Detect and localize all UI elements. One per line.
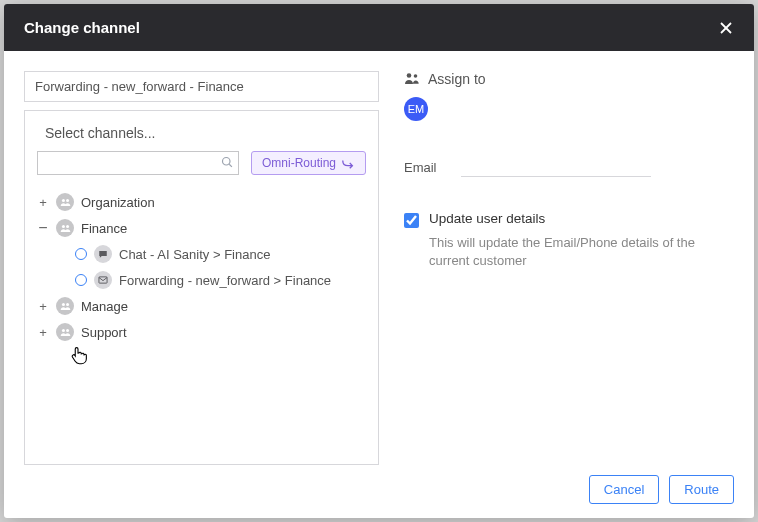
expand-icon[interactable]: + bbox=[37, 196, 49, 209]
svg-point-2 bbox=[222, 158, 230, 166]
modal-footer: Cancel Route bbox=[4, 465, 754, 518]
search-box bbox=[37, 151, 239, 175]
modal-header: Change channel bbox=[4, 4, 754, 51]
svg-point-5 bbox=[66, 198, 69, 201]
tree-node-manage[interactable]: + Manage bbox=[37, 293, 366, 319]
update-user-label: Update user details bbox=[429, 211, 545, 226]
modal-body: Forwarding - new_forward - Finance Selec… bbox=[4, 51, 754, 465]
cancel-button[interactable]: Cancel bbox=[589, 475, 659, 504]
group-icon bbox=[56, 219, 74, 237]
right-column: Assign to EM Email Update user details T… bbox=[379, 71, 734, 465]
search-icon bbox=[221, 154, 233, 172]
search-input[interactable] bbox=[37, 151, 239, 175]
assign-icon bbox=[404, 71, 420, 87]
svg-point-10 bbox=[66, 302, 69, 305]
group-icon bbox=[56, 193, 74, 211]
tree-label-finance: Finance bbox=[81, 221, 127, 236]
left-column: Forwarding - new_forward - Finance Selec… bbox=[24, 71, 379, 465]
channel-option-forwarding[interactable]: Forwarding - new_forward > Finance bbox=[69, 267, 366, 293]
omni-routing-label: Omni-Routing bbox=[262, 156, 336, 170]
channel-tree: + Organization − Finance bbox=[37, 189, 366, 345]
assignee-avatar[interactable]: EM bbox=[404, 97, 428, 121]
update-user-checkbox[interactable] bbox=[404, 213, 419, 228]
collapse-icon[interactable]: − bbox=[37, 220, 49, 236]
svg-point-9 bbox=[61, 302, 64, 305]
route-button[interactable]: Route bbox=[669, 475, 734, 504]
email-label: Email bbox=[404, 160, 437, 175]
omni-routing-arrow-icon bbox=[341, 157, 355, 169]
radio-unselected[interactable] bbox=[75, 248, 87, 260]
channel-label-chat: Chat - AI Sanity > Finance bbox=[119, 247, 270, 262]
svg-rect-8 bbox=[99, 277, 107, 283]
svg-point-12 bbox=[66, 328, 69, 331]
assign-to-label: Assign to bbox=[428, 71, 486, 87]
svg-point-7 bbox=[66, 224, 69, 227]
tree-label-support: Support bbox=[81, 325, 127, 340]
select-channels-panel: Select channels... Omni-Routing bbox=[24, 110, 379, 465]
svg-point-6 bbox=[61, 224, 64, 227]
group-icon bbox=[56, 323, 74, 341]
close-icon bbox=[718, 20, 734, 36]
chat-icon bbox=[94, 245, 112, 263]
group-icon bbox=[56, 297, 74, 315]
email-field-row: Email bbox=[404, 157, 734, 177]
mail-icon bbox=[94, 271, 112, 289]
expand-icon[interactable]: + bbox=[37, 326, 49, 339]
select-channels-title: Select channels... bbox=[45, 125, 366, 141]
omni-routing-button[interactable]: Omni-Routing bbox=[251, 151, 366, 175]
tree-label-manage: Manage bbox=[81, 299, 128, 314]
radio-unselected[interactable] bbox=[75, 274, 87, 286]
email-input[interactable] bbox=[461, 157, 651, 177]
finance-children: Chat - AI Sanity > Finance Forwarding - … bbox=[69, 241, 366, 293]
svg-point-4 bbox=[61, 198, 64, 201]
tree-label-organization: Organization bbox=[81, 195, 155, 210]
search-row: Omni-Routing bbox=[37, 151, 366, 175]
svg-point-14 bbox=[414, 74, 418, 78]
tree-node-support[interactable]: + Support bbox=[37, 319, 366, 345]
svg-point-11 bbox=[61, 328, 64, 331]
update-user-description: This will update the Email/Phone details… bbox=[429, 234, 734, 270]
hand-cursor-icon bbox=[67, 344, 89, 369]
assign-to-row: Assign to bbox=[404, 71, 734, 87]
tree-node-finance[interactable]: − Finance bbox=[37, 215, 366, 241]
change-channel-modal: Change channel Forwarding - new_forward … bbox=[4, 4, 754, 518]
tree-node-organization[interactable]: + Organization bbox=[37, 189, 366, 215]
selected-path: Forwarding - new_forward - Finance bbox=[24, 71, 379, 102]
expand-icon[interactable]: + bbox=[37, 300, 49, 313]
update-user-row: Update user details bbox=[404, 211, 734, 228]
close-button[interactable] bbox=[718, 20, 734, 36]
channel-label-forwarding: Forwarding - new_forward > Finance bbox=[119, 273, 331, 288]
svg-line-3 bbox=[229, 164, 232, 167]
svg-point-13 bbox=[407, 73, 412, 78]
channel-option-chat[interactable]: Chat - AI Sanity > Finance bbox=[69, 241, 366, 267]
modal-title: Change channel bbox=[24, 19, 140, 36]
